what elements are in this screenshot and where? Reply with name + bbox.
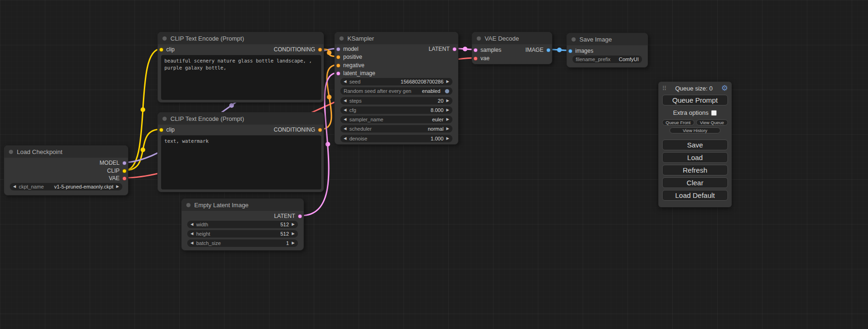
view-queue-button[interactable]: View Queue [696,119,728,126]
port-input-negative[interactable]: negative [336,62,364,69]
clip-port-dot[interactable] [122,169,127,173]
collapse-dot-icon[interactable] [9,150,13,154]
denoise-widget[interactable]: ◀ denoise 1.000 ▶ [340,135,452,142]
node-title-bar[interactable]: VAE Decode [472,32,552,44]
port-output-vae[interactable]: VAE [109,175,127,182]
latent-port-dot[interactable] [336,71,340,76]
collapse-dot-icon[interactable] [477,36,481,41]
port-output-conditioning[interactable]: CONDITIONING [274,46,322,53]
drag-handle-icon[interactable]: ⠿ [662,85,667,92]
scheduler-widget[interactable]: ◀ scheduler normal ▶ [340,125,452,133]
load-button[interactable]: Load [662,152,728,163]
node-save-image[interactable]: Save Image images filename_prefix ComfyU… [566,33,648,68]
cfg-widget[interactable]: ◀ cfg 8.000 ▶ [340,106,452,114]
node-empty-latent-image[interactable]: Empty Latent Image LATENT ◀ width 512 ▶ … [181,198,304,251]
height-widget[interactable]: ◀ height 512 ▶ [187,230,298,238]
combo-right-arrow-icon[interactable]: ▶ [446,127,449,131]
combo-left-arrow-icon[interactable]: ◀ [344,108,346,112]
combo-left-arrow-icon[interactable]: ◀ [13,185,16,189]
clip-port-dot[interactable] [159,128,163,132]
node-title-bar[interactable]: Save Image [567,33,648,45]
combo-right-arrow-icon[interactable]: ▶ [446,137,449,140]
collapse-dot-icon[interactable] [339,36,344,41]
port-input-model[interactable]: model [336,45,359,53]
vae-port-dot[interactable] [122,176,127,181]
port-input-samples[interactable]: samples [473,46,501,54]
port-input-images[interactable]: images [568,47,593,55]
node-title-bar[interactable]: CLIP Text Encode (Prompt) [158,112,324,125]
combo-right-arrow-icon[interactable]: ▶ [116,185,119,189]
ckpt-name-widget[interactable]: ◀ ckpt_name v1-5-pruned-emaonly.ckpt ▶ [10,183,122,190]
settings-gear-icon[interactable]: ⚙ [721,84,728,92]
node-title-bar[interactable]: CLIP Text Encode (Prompt) [158,32,324,44]
combo-left-arrow-icon[interactable]: ◀ [191,223,193,226]
combo-right-arrow-icon[interactable]: ▶ [292,241,295,245]
collapse-dot-icon[interactable] [162,117,167,121]
collapse-dot-icon[interactable] [572,37,576,42]
combo-left-arrow-icon[interactable]: ◀ [344,127,346,131]
port-output-clip[interactable]: CLIP [107,167,127,175]
width-widget[interactable]: ◀ width 512 ▶ [187,221,298,228]
conditioning-port-dot[interactable] [336,63,340,68]
node-load-checkpoint[interactable]: Load Checkpoint MODEL CLIP VAE ◀ ckpt_na… [4,145,128,196]
combo-right-arrow-icon[interactable]: ▶ [446,99,449,103]
combo-right-arrow-icon[interactable]: ▶ [446,108,449,112]
combo-left-arrow-icon[interactable]: ◀ [344,118,346,121]
view-history-button[interactable]: View History [670,127,721,133]
combo-left-arrow-icon[interactable]: ◀ [344,80,346,84]
node-title-bar[interactable]: KSampler [335,32,458,44]
port-input-vae[interactable]: vae [473,55,489,62]
random-seed-toggle-widget[interactable]: Random seed after every gen enabled [340,87,452,95]
combo-right-arrow-icon[interactable]: ▶ [446,80,449,84]
queue-front-button[interactable]: Queue Front [662,119,694,126]
model-port-dot[interactable] [122,161,127,165]
filename-prefix-widget[interactable]: filename_prefix ComfyUI [572,56,642,63]
positive-prompt-textarea[interactable]: beautiful scenery nature glass bottle la… [161,55,321,100]
extra-options-checkbox[interactable] [711,110,717,116]
port-output-latent[interactable]: LATENT [274,212,302,220]
refresh-button[interactable]: Refresh [662,165,728,175]
queue-prompt-button[interactable]: Queue Prompt [662,95,728,105]
toggle-dot-icon[interactable] [445,89,449,93]
load-default-button[interactable]: Load Default [662,190,728,201]
combo-right-arrow-icon[interactable]: ▶ [292,223,295,226]
combo-right-arrow-icon[interactable]: ▶ [446,118,449,121]
node-clip-text-encode-negative[interactable]: CLIP Text Encode (Prompt) clip CONDITION… [157,112,324,192]
model-port-dot[interactable] [336,47,340,51]
port-output-conditioning[interactable]: CONDITIONING [274,126,322,133]
port-input-clip[interactable]: clip [159,46,175,53]
node-title-bar[interactable]: Load Checkpoint [4,146,128,158]
seed-widget[interactable]: ◀ seed 156680208700286 ▶ [340,78,452,85]
node-vae-decode[interactable]: VAE Decode samples vae IMAGE [472,32,552,64]
port-output-model[interactable]: MODEL [99,159,127,167]
image-port-dot[interactable] [568,49,572,53]
conditioning-port-dot[interactable] [318,48,322,52]
conditioning-port-dot[interactable] [336,55,340,59]
combo-right-arrow-icon[interactable]: ▶ [292,232,295,236]
image-port-dot[interactable] [546,48,550,52]
port-input-clip[interactable]: clip [159,126,175,133]
combo-left-arrow-icon[interactable]: ◀ [344,99,346,103]
combo-left-arrow-icon[interactable]: ◀ [191,241,193,245]
port-output-image[interactable]: IMAGE [525,46,550,54]
save-button[interactable]: Save [662,140,728,150]
vae-port-dot[interactable] [473,56,478,61]
collapse-dot-icon[interactable] [186,203,191,207]
combo-left-arrow-icon[interactable]: ◀ [344,137,346,140]
clip-port-dot[interactable] [159,48,163,52]
batch-size-widget[interactable]: ◀ batch_size 1 ▶ [187,239,298,247]
negative-prompt-textarea[interactable]: text, watermark [161,135,321,189]
node-ksampler[interactable]: KSampler model positive negative latent_… [334,32,459,145]
port-output-latent[interactable]: LATENT [429,45,457,53]
latent-port-dot[interactable] [473,48,478,52]
port-input-latent-image[interactable]: latent_image [336,70,375,77]
sampler-name-widget[interactable]: ◀ sampler_name euler ▶ [340,116,452,123]
node-clip-text-encode-positive[interactable]: CLIP Text Encode (Prompt) clip CONDITION… [157,32,324,103]
collapse-dot-icon[interactable] [162,36,167,41]
clear-button[interactable]: Clear [662,177,728,188]
conditioning-port-dot[interactable] [318,128,322,132]
combo-left-arrow-icon[interactable]: ◀ [191,232,193,236]
latent-port-dot[interactable] [298,214,302,218]
node-title-bar[interactable]: Empty Latent Image [182,199,303,211]
graph-canvas[interactable]: Load Checkpoint MODEL CLIP VAE ◀ ckpt_na… [0,0,868,329]
